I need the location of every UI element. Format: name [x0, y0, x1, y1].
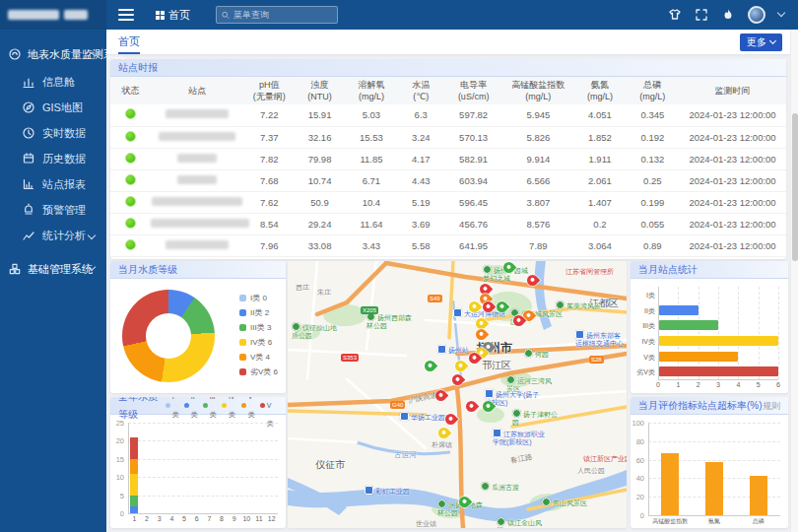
value-cell: 33.08 [295, 234, 345, 256]
map-pin-green[interactable] [495, 299, 510, 315]
legend-item-IV类[interactable]: IV类 [222, 397, 236, 415]
gridline [648, 423, 780, 424]
realtime-icon [22, 126, 35, 140]
menu-search-input[interactable] [233, 10, 332, 20]
sidebar-item-信息舱[interactable]: 信息舱 [0, 69, 106, 95]
table-row: 7.8279.9811.854.17582.919.9141.9110.1322… [110, 148, 786, 169]
legend-item-I类[interactable]: I类 0 [239, 291, 278, 305]
tab-home[interactable]: 首页 [118, 30, 140, 54]
system-icon [8, 47, 22, 61]
hamburger-menu-icon[interactable] [118, 9, 134, 21]
sidebar-item-实时数据[interactable]: 实时数据 [0, 120, 106, 146]
station-cell [151, 169, 243, 191]
breadcrumb-home[interactable]: 首页 [156, 8, 190, 23]
x-category-氨氮: 氨氮 [693, 517, 737, 526]
value-cell: 0.25 [627, 169, 679, 191]
legend-swatch [239, 354, 246, 361]
x-category-总磷: 总磷 [736, 517, 780, 526]
more-button[interactable]: 更多 [740, 33, 782, 51]
status-cell [110, 191, 151, 213]
value-cell: 15.91 [295, 104, 345, 126]
status-dot-normal [125, 131, 136, 142]
value-cell: 5.945 [502, 104, 573, 126]
time-cell: 2024-01-23 12:00:00 [679, 191, 786, 213]
sidebar-item-GIS地图[interactable]: GIS地图 [0, 95, 106, 120]
stack-segment-劣V类 [130, 437, 138, 459]
legend-item-II类[interactable]: II类 2 [239, 305, 278, 320]
stack-segment-IV类 [130, 474, 138, 496]
status-cell [110, 104, 151, 126]
map-pin-red[interactable] [433, 388, 449, 404]
value-cell: 3.43 [345, 234, 397, 256]
topbar: 首页 [106, 0, 798, 30]
x-tick: 0 [653, 381, 663, 388]
station-name-redacted [151, 219, 249, 228]
exceed-rate-link[interactable]: 规则 [763, 397, 780, 415]
sidebar-item-label: GIS地图 [42, 100, 83, 115]
sidebar-item-站点报表[interactable]: 站点报表 [0, 171, 106, 197]
page-scrollbar[interactable] [790, 30, 798, 532]
legend-item-V类[interactable]: V类 4 [239, 350, 278, 365]
table-row: 7.2215.915.036.3597.825.9454.0510.345202… [110, 104, 786, 126]
hbar-劣V类 [659, 366, 778, 376]
x-tick: 6 [191, 515, 203, 522]
value-cell: 570.13 [444, 126, 503, 148]
map-pin-orange[interactable] [474, 327, 490, 343]
monthly-level-panel: 当月水质等级 I类 0II类 2III类 3IV类 6V类 4劣V类 6 [110, 261, 286, 393]
legend-item-V类[interactable]: V类 [241, 397, 255, 415]
sidebar-item-统计分析[interactable]: 统计分析 [0, 223, 106, 248]
map-pin-green[interactable] [481, 399, 497, 415]
table-row: 7.3732.1615.533.24570.135.8261.8520.1922… [110, 126, 786, 148]
y-tick: 100 [631, 419, 644, 428]
legend-item-劣V类[interactable]: 劣V类 6 [239, 365, 278, 379]
map-pin-green[interactable] [423, 359, 438, 374]
sidebar-item-预警管理[interactable]: 预警管理 [0, 197, 106, 223]
legend-item-II类[interactable]: II类 [184, 397, 198, 415]
sidebar-section-label: 基础管理系统 [28, 262, 93, 277]
theme-shirt-icon[interactable] [668, 8, 682, 22]
fullscreen-icon[interactable] [695, 8, 708, 22]
grid-icon [156, 11, 165, 20]
map-pin-yellow[interactable] [436, 426, 452, 441]
value-cell: 9.914 [502, 148, 573, 169]
user-caret-down-icon[interactable] [777, 9, 785, 17]
value-cell: 15.53 [345, 126, 397, 148]
flame-icon[interactable] [721, 8, 735, 22]
column-header-电导率: 电导率(uS/cm) [444, 77, 503, 104]
map[interactable]: 扬州市邗江区江都区仪征市扬州西部森林公园仪征捺山地质公园扬州学园城梦幻之城唐子城… [288, 261, 627, 528]
value-cell: 7.68 [244, 169, 295, 191]
sidebar-section-0[interactable]: 地表水质量监测系统 [0, 39, 106, 69]
legend-item-I类[interactable]: I类 [166, 397, 179, 415]
map-label-江都区: 江都区 [589, 297, 619, 310]
sidebar-section-1[interactable]: 基础管理系统 [0, 254, 106, 284]
map-pin-red[interactable] [450, 372, 466, 388]
x-tick: 1 [673, 381, 683, 388]
x-tick: 6 [773, 381, 783, 388]
legend-item-III类[interactable]: III类 3 [239, 320, 278, 335]
map-pin-red[interactable] [464, 399, 480, 415]
value-cell: 50.9 [295, 191, 345, 213]
map-pin-green[interactable] [457, 495, 473, 510]
map-pin-red[interactable] [443, 412, 459, 428]
legend-item-III类[interactable]: III类 [203, 397, 217, 415]
legend-item-劣V类[interactable]: 劣V类 [260, 397, 278, 415]
legend-item-IV类[interactable]: IV类 6 [239, 335, 278, 350]
exceed-rate-chart: 020406080100高锰酸盐指数氨氮总磷 [631, 415, 788, 528]
map-pin-red[interactable] [525, 273, 541, 289]
menu-search[interactable] [216, 6, 338, 24]
map-label-世业镇: 世业镇 [416, 519, 436, 528]
y-tick: 80 [631, 437, 644, 446]
status-cell [110, 169, 151, 191]
table-row: 7.6250.910.45.19596.453.8071.4070.199202… [110, 191, 786, 213]
sidebar-item-历史数据[interactable]: 历史数据 [0, 146, 106, 171]
y-axis [128, 423, 129, 513]
scrollbar-thumb[interactable] [792, 113, 798, 261]
map-pin-green[interactable] [501, 261, 517, 275]
monthly-level-header: 当月水质等级 [110, 261, 286, 279]
value-cell: 0.199 [627, 191, 679, 213]
monthly-station-chart: 0123456I类II类III类IV类V类劣V类 [631, 279, 788, 393]
gridline [128, 440, 278, 441]
map-pin-yellow[interactable] [453, 359, 469, 374]
sidebar-item-label: 统计分析 [42, 229, 86, 243]
avatar[interactable] [748, 6, 765, 24]
